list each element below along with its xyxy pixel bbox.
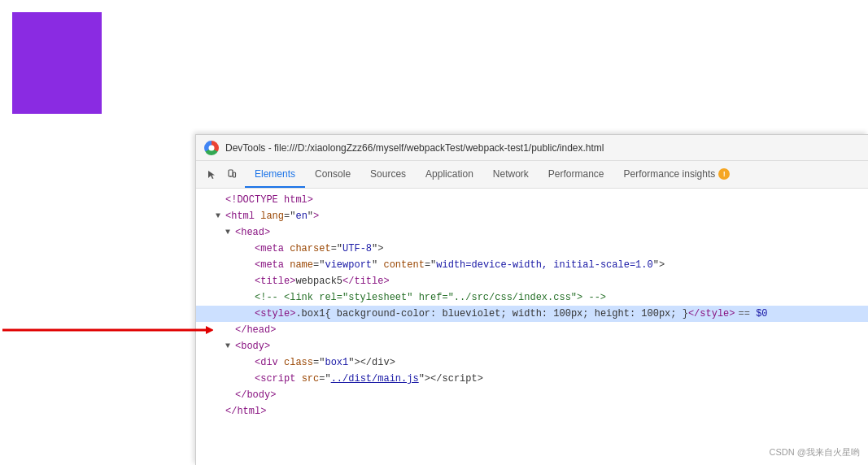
tab-performance[interactable]: Performance — [539, 161, 614, 188]
code-line-meta-charset: <meta charset =" UTF-8 "> — [196, 241, 868, 257]
code-line-html-close: </html> — [196, 403, 868, 419]
code-line-div-box1: <div class =" box1 "></div> — [196, 354, 868, 371]
browser-page: DevTools - file:///D:/xiaolongZzz66/myse… — [0, 0, 868, 465]
tab-performance-insights[interactable]: Performance insights ! — [614, 161, 740, 188]
code-line-body: ▼ <body> — [196, 338, 868, 354]
code-line-body-close: </body> — [196, 387, 868, 403]
device-icon[interactable] — [224, 167, 240, 183]
devtools-content: <!DOCTYPE html> ▼ <html lang =" en " > ▼… — [196, 189, 868, 465]
warning-icon: ! — [718, 168, 730, 180]
devtools-panel: DevTools - file:///D:/xiaolongZzz66/myse… — [195, 134, 868, 465]
tab-network[interactable]: Network — [483, 161, 539, 188]
svg-rect-3 — [230, 176, 232, 176]
tab-application[interactable]: Application — [416, 161, 483, 188]
tab-sources[interactable]: Sources — [360, 161, 416, 188]
purple-box — [12, 12, 102, 114]
code-line-style[interactable]: <style> .box1{ background-color: bluevio… — [196, 306, 868, 322]
tab-elements[interactable]: Elements — [245, 161, 305, 188]
devtools-tabs: Elements Console Sources Application Net… — [245, 161, 865, 188]
code-line-html: ▼ <html lang =" en " > — [196, 208, 868, 224]
chrome-icon — [204, 141, 219, 155]
code-line-doctype: <!DOCTYPE html> — [196, 192, 868, 208]
devtools-titlebar: DevTools - file:///D:/xiaolongZzz66/myse… — [196, 135, 868, 161]
code-line-script: <script src =" ../dist/main.js "></scrip… — [196, 371, 868, 387]
code-line-title: <title> webpack5 </title> — [196, 273, 868, 289]
code-line-head-close: </head> — [196, 322, 868, 338]
svg-rect-2 — [229, 170, 233, 176]
svg-rect-4 — [233, 172, 236, 177]
code-line-meta-viewport: <meta name =" viewport " content =" widt… — [196, 257, 868, 273]
devtools-toolbar: Elements Console Sources Application Net… — [196, 161, 868, 189]
svg-marker-1 — [206, 326, 213, 334]
cursor-icon[interactable] — [204, 167, 220, 183]
toolbar-icons — [199, 161, 245, 188]
red-arrow-pointer — [0, 324, 213, 337]
csdn-watermark: CSDN @我来自火星哟 — [770, 446, 860, 458]
devtools-title: DevTools - file:///D:/xiaolongZzz66/myse… — [225, 142, 604, 154]
code-line-comment: <!-- <link rel="stylesheet" href="../src… — [196, 289, 868, 306]
tab-console[interactable]: Console — [305, 161, 360, 188]
code-line-head: ▼ <head> — [196, 224, 868, 241]
